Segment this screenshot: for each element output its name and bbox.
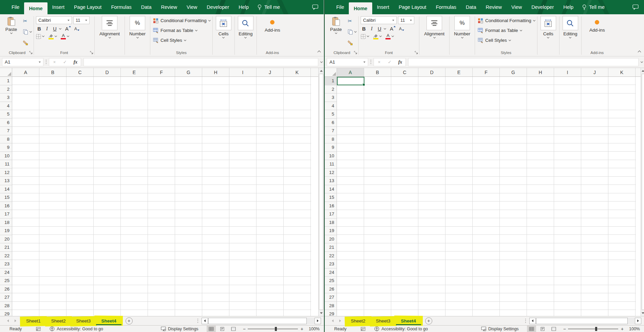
row-header[interactable]: 26 <box>325 285 337 294</box>
sheet-tab[interactable]: Sheet2 <box>346 316 371 325</box>
tabbar-resize-handle[interactable] <box>197 319 198 323</box>
normal-view-button[interactable] <box>207 326 216 332</box>
decrease-font-size-button[interactable]: A <box>399 27 404 31</box>
row-header[interactable]: 15 <box>325 193 337 202</box>
horizontal-scrollbar-thumb[interactable] <box>208 318 307 324</box>
conditional-formatting-button[interactable]: Conditional Formatting <box>477 16 535 25</box>
sheet-tab[interactable]: Sheet2 <box>46 316 71 325</box>
column-header[interactable]: H <box>527 68 554 76</box>
underline-button[interactable]: U <box>376 26 383 32</box>
horizontal-scrollbar-track[interactable] <box>536 318 634 324</box>
sheet-tab[interactable]: Sheet3 <box>371 316 396 325</box>
dialog-launcher-icon[interactable] <box>29 51 33 54</box>
row-header[interactable]: 17 <box>325 210 337 219</box>
number-format-button[interactable]: % <box>454 16 470 30</box>
column-header[interactable]: A <box>12 68 39 76</box>
ribbon-tab[interactable]: View <box>182 0 202 14</box>
chevron-down-icon[interactable] <box>136 36 138 38</box>
formula-bar-expand-chevron[interactable] <box>641 60 643 63</box>
vertical-scrollbar[interactable] <box>641 68 644 316</box>
formula-input[interactable] <box>408 58 639 66</box>
scroll-left-icon[interactable] <box>202 318 208 324</box>
macro-record-icon[interactable] <box>361 327 365 331</box>
ribbon-tab[interactable]: Help <box>558 0 578 14</box>
sheet-nav-right-icon[interactable] <box>12 316 19 325</box>
increase-font-size-button[interactable]: A <box>65 26 71 32</box>
ribbon-tab[interactable]: Home <box>349 2 372 14</box>
sheet-tab[interactable]: Sheet1 <box>21 316 46 325</box>
row-header[interactable]: 11 <box>0 160 12 169</box>
format-painter-button[interactable] <box>348 38 356 47</box>
ribbon-tab[interactable]: File <box>332 0 349 14</box>
row-header[interactable]: 29 <box>0 310 12 316</box>
format-painter-button[interactable] <box>23 38 32 47</box>
tabbar-resize-handle[interactable] <box>525 319 526 323</box>
cell-styles-button[interactable]: Cell Styles <box>152 35 210 45</box>
cell-styles-button[interactable]: Cell Styles <box>477 35 535 45</box>
fill-color-button[interactable] <box>373 34 378 39</box>
display-settings-button[interactable]: Display Settings <box>481 327 519 331</box>
row-header[interactable]: 14 <box>0 185 12 194</box>
row-header[interactable]: 17 <box>0 210 12 219</box>
row-header[interactable]: 19 <box>0 227 12 235</box>
row-header[interactable]: 23 <box>325 260 337 268</box>
chevron-down-icon[interactable] <box>569 36 571 38</box>
row-header[interactable]: 26 <box>0 285 12 294</box>
borders-chevron[interactable] <box>42 35 44 37</box>
fill-color-chevron[interactable] <box>379 35 382 37</box>
formula-input[interactable] <box>83 58 318 66</box>
borders-icon[interactable] <box>36 34 41 39</box>
zoom-slider[interactable] <box>248 329 298 329</box>
comment-icon[interactable] <box>632 0 644 14</box>
row-header[interactable]: 27 <box>325 293 337 302</box>
scroll-right-icon[interactable] <box>635 318 641 324</box>
enter-button[interactable]: ✓ <box>60 59 70 65</box>
name-box-resize-handle[interactable] <box>371 60 371 64</box>
row-header[interactable]: 21 <box>0 243 12 252</box>
font-color-button[interactable]: A <box>385 33 391 39</box>
scroll-up-icon[interactable] <box>642 68 644 74</box>
accessibility-status[interactable]: Accessibility: Good to go <box>50 326 103 331</box>
row-header[interactable]: 6 <box>325 119 337 127</box>
row-header[interactable]: 9 <box>325 143 337 152</box>
select-all-button[interactable] <box>325 68 337 76</box>
ribbon-tab[interactable]: Formulas <box>106 0 136 14</box>
tell-me[interactable]: Tell me <box>578 0 609 14</box>
column-header[interactable]: D <box>418 68 446 76</box>
cancel-button[interactable]: × <box>374 59 384 65</box>
font-color-button[interactable]: A <box>61 33 66 39</box>
collapse-ribbon-icon[interactable] <box>318 51 321 54</box>
underline-options-chevron[interactable] <box>384 27 386 29</box>
ribbon-tab[interactable]: Review <box>481 0 507 14</box>
row-header[interactable]: 7 <box>325 127 337 135</box>
scroll-up-icon[interactable] <box>319 68 324 74</box>
row-header[interactable]: 8 <box>325 135 337 144</box>
name-box[interactable]: A1 <box>327 58 368 66</box>
font-name-select[interactable]: Calibri <box>36 16 72 24</box>
page-layout-view-button[interactable] <box>218 326 227 332</box>
row-header[interactable]: 24 <box>325 268 337 277</box>
ribbon-tab[interactable]: Review <box>156 0 182 14</box>
font-name-select[interactable]: Calibri <box>361 16 397 24</box>
normal-view-button[interactable] <box>527 326 536 332</box>
row-header[interactable]: 28 <box>325 302 337 310</box>
column-header[interactable]: F <box>473 68 500 76</box>
row-header[interactable]: 5 <box>0 110 12 119</box>
vertical-scrollbar-thumb[interactable] <box>319 74 323 310</box>
page-break-view-button[interactable] <box>229 326 238 332</box>
horizontal-scrollbar[interactable] <box>202 317 321 324</box>
column-header[interactable]: C <box>391 68 418 76</box>
row-header[interactable]: 12 <box>0 169 12 177</box>
ribbon-tab[interactable]: File <box>7 0 24 14</box>
cells-button[interactable] <box>216 16 231 30</box>
ribbon-tab[interactable]: Insert <box>48 0 69 14</box>
row-header[interactable]: 1 <box>0 77 12 85</box>
copy-button[interactable] <box>348 28 356 36</box>
borders-icon[interactable] <box>361 34 366 39</box>
column-header[interactable]: K <box>284 68 311 76</box>
chevron-down-icon[interactable] <box>547 36 549 38</box>
formula-bar-expand-chevron[interactable] <box>320 60 323 63</box>
sheet-nav-left-icon[interactable] <box>329 316 336 325</box>
chevron-down-icon[interactable] <box>433 36 435 38</box>
alignment-button[interactable] <box>427 16 442 30</box>
